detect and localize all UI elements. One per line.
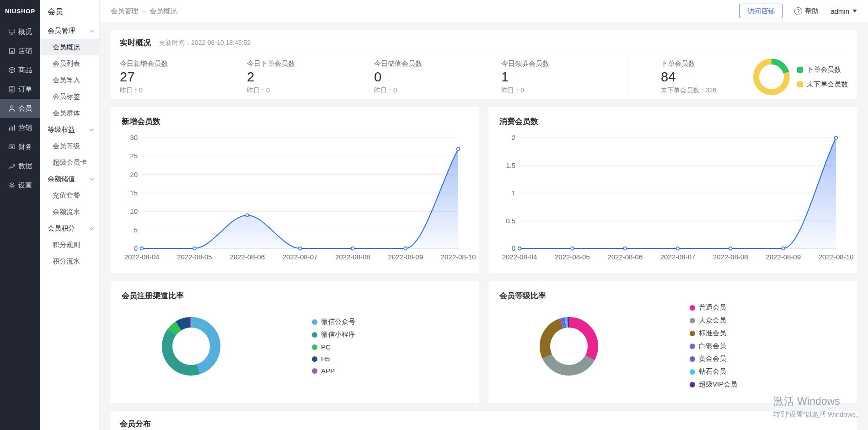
legend-marker <box>690 344 695 349</box>
legend-item[interactable]: 标准会员 <box>690 329 737 338</box>
member-level-donut-chart <box>540 317 598 376</box>
legend-item[interactable]: 黄金会员 <box>690 355 737 363</box>
svg-text:2022-08-07: 2022-08-07 <box>660 253 696 261</box>
sidebar-item-orders[interactable]: 订单 <box>0 80 40 99</box>
member-icon <box>8 105 16 112</box>
breadcrumb-parent[interactable]: 会员管理 <box>111 7 138 16</box>
sidebar-item-member[interactable]: 会员 <box>0 99 40 118</box>
submenu-item[interactable]: 会员概况 <box>40 39 99 55</box>
member-level-chart-area: 普通会员大众会员标准会员白银会员黄金会员钻石会员超级VIP会员 <box>499 304 846 388</box>
main-area: 会员管理 - 会员概况 访问店铺 ? 帮助 admin 实时概况 <box>100 0 868 430</box>
submenu-item[interactable]: 会员标签 <box>40 88 99 105</box>
svg-text:2022-08-09: 2022-08-09 <box>766 253 801 261</box>
topbar-actions: 访问店铺 ? 帮助 admin <box>739 4 857 18</box>
realtime-title: 实时概况 <box>120 38 151 48</box>
submenu-group-member-manage[interactable]: 会员管理 <box>40 22 99 39</box>
legend-marker <box>690 382 695 387</box>
stat-value: 84 <box>661 70 752 85</box>
submenu-group-member-points[interactable]: 会员积分 <box>40 220 99 236</box>
orders-icon <box>8 86 16 93</box>
stat-block: 今日下单会员数2昨日：0 <box>247 59 374 95</box>
svg-text:10: 10 <box>130 207 138 215</box>
sidebar-item-label: 订单 <box>18 85 32 94</box>
submenu-item[interactable]: 会员导入 <box>40 72 99 88</box>
legend-marker <box>312 332 317 338</box>
legend-item[interactable]: PC <box>312 343 355 351</box>
legend-item[interactable]: 普通会员 <box>690 303 737 312</box>
legend-label: H5 <box>321 355 330 363</box>
register-channel-title: 会员注册渠道比率 <box>122 290 468 301</box>
legend-item[interactable]: 未下单会员数 <box>797 80 848 89</box>
sidebar-item-shop[interactable]: 店铺 <box>0 41 40 60</box>
secondary-sidebar: 会员 会员管理会员概况会员列表会员导入会员标签会员群体等级权益会员等级超级会员卡… <box>40 0 100 430</box>
svg-text:0: 0 <box>512 244 515 252</box>
realtime-overview-card: 实时概况 更新时间：2022-08-10 18:45:52 今日新增会员数27昨… <box>111 30 857 99</box>
stat-sub: 昨日：0 <box>247 86 374 95</box>
svg-text:30: 30 <box>130 134 138 141</box>
svg-text:2022-08-08: 2022-08-08 <box>713 253 748 261</box>
submenu-item[interactable]: 会员等级 <box>40 138 99 154</box>
legend-label: APP <box>321 367 335 375</box>
help-link[interactable]: ? 帮助 <box>794 7 819 16</box>
sidebar-item-finance[interactable]: 财务 <box>0 137 40 156</box>
breadcrumb-separator: - <box>143 7 145 16</box>
topbar: 会员管理 - 会员概况 访问店铺 ? 帮助 admin <box>100 0 868 22</box>
legend-item[interactable]: 微信小程序 <box>312 330 355 339</box>
legend-label: PC <box>321 343 331 351</box>
new-members-line-chart: 0510152025302022-08-042022-08-052022-08-… <box>122 131 468 265</box>
chevron-down-icon <box>90 176 94 181</box>
submenu-group-level-benefit[interactable]: 等级权益 <box>40 121 99 138</box>
legend-marker <box>312 368 317 374</box>
legend-item[interactable]: 大众会员 <box>690 316 737 325</box>
submenu-item[interactable]: 余额流水 <box>40 204 99 220</box>
submenu-item[interactable]: 积分流水 <box>40 253 99 269</box>
sidebar-item-goods[interactable]: 商品 <box>0 60 40 80</box>
legend-marker <box>690 305 695 311</box>
submenu-item[interactable]: 会员列表 <box>40 55 99 72</box>
legend-item[interactable]: 白银会员 <box>690 342 737 350</box>
order-donut-group: 下单会员数未下单会员数 <box>753 59 848 95</box>
visit-shop-button[interactable]: 访问店铺 <box>739 4 782 18</box>
primary-sidebar: NIUSHOP 概况店铺商品订单会员营销财务数据设置 <box>0 0 40 430</box>
svg-text:20: 20 <box>130 171 138 178</box>
legend-item[interactable]: 微信公众号 <box>312 317 355 326</box>
svg-text:2022-08-09: 2022-08-09 <box>388 253 423 261</box>
sidebar-item-marketing[interactable]: 营销 <box>0 118 40 137</box>
order-donut-chart <box>753 59 790 95</box>
stat-value: 1 <box>501 70 628 85</box>
svg-text:2022-08-04: 2022-08-04 <box>124 253 160 261</box>
order-members-stat: 下单会员数 84 未下单会员数：326 <box>628 59 752 95</box>
sidebar-item-data[interactable]: 数据 <box>0 156 40 176</box>
submenu-item[interactable]: 充值套餐 <box>40 187 99 204</box>
legend-item[interactable]: 下单会员数 <box>797 65 848 74</box>
overview-icon <box>8 28 16 35</box>
legend-item[interactable]: APP <box>312 367 355 375</box>
svg-text:15: 15 <box>130 189 138 197</box>
breadcrumb: 会员管理 - 会员概况 <box>111 7 177 16</box>
user-menu[interactable]: admin <box>830 7 857 15</box>
submenu-item[interactable]: 超级会员卡 <box>40 154 99 171</box>
submenu-item[interactable]: 会员群体 <box>40 105 99 121</box>
stats-list: 今日新增会员数27昨日：0今日下单会员数2昨日：0今日储值会员数0昨日：0今日领… <box>120 59 628 95</box>
line-charts-row: 新增会员数 0510152025302022-08-042022-08-0520… <box>111 107 857 273</box>
svg-text:2022-08-06: 2022-08-06 <box>607 253 643 261</box>
sidebar-item-label: 营销 <box>18 124 32 132</box>
consume-members-line-chart: 00.511.522022-08-042022-08-052022-08-062… <box>499 131 846 265</box>
legend-item[interactable]: H5 <box>312 355 355 363</box>
realtime-card-header: 实时概况 更新时间：2022-08-10 18:45:52 <box>120 38 848 53</box>
sidebar-item-settings[interactable]: 设置 <box>0 176 40 195</box>
stat-value: 27 <box>120 70 247 85</box>
svg-text:2022-08-10: 2022-08-10 <box>819 253 854 261</box>
sidebar-item-overview[interactable]: 概况 <box>0 22 40 41</box>
legend-marker <box>797 81 803 87</box>
legend-item[interactable]: 钻石会员 <box>690 367 737 376</box>
submenu-group-label: 会员积分 <box>48 224 90 233</box>
legend-label: 微信小程序 <box>321 330 355 339</box>
sidebar-item-label: 店铺 <box>18 47 32 55</box>
submenu-group-balance-stored[interactable]: 余额储值 <box>40 171 99 187</box>
stat-block: 今日储值会员数0昨日：0 <box>374 59 501 95</box>
legend-item[interactable]: 超级VIP会员 <box>690 380 737 389</box>
user-name: admin <box>830 7 849 15</box>
stat-label: 今日新增会员数 <box>120 59 247 68</box>
submenu-item[interactable]: 积分规则 <box>40 236 99 253</box>
